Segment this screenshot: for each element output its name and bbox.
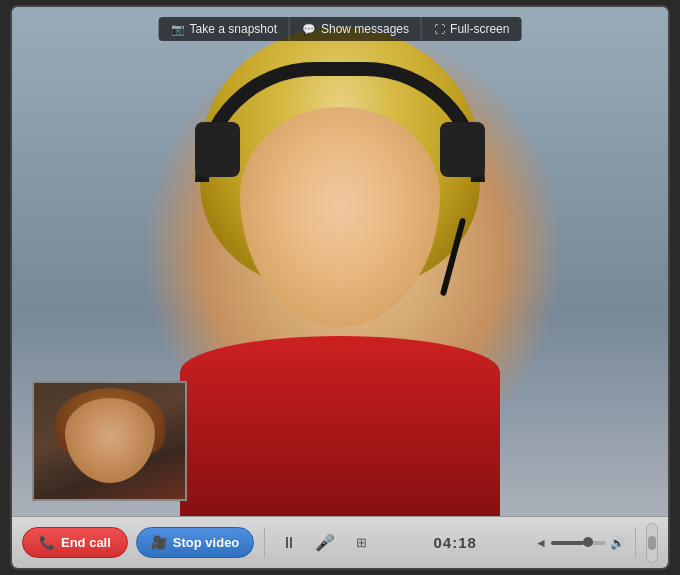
- end-call-button[interactable]: 📞 End call: [22, 527, 128, 558]
- divider-2: [635, 528, 636, 558]
- video-icon: 🎥: [151, 535, 167, 550]
- divider-1: [264, 528, 265, 558]
- scroll-thumb: [648, 536, 656, 550]
- snapshot-label: Take a snapshot: [190, 22, 277, 36]
- stop-video-label: Stop video: [173, 535, 239, 550]
- mic-icon: 🎤: [315, 533, 335, 552]
- camera-icon: 📷: [171, 23, 185, 36]
- pause-icon: ⏸: [281, 534, 297, 552]
- volume-slider[interactable]: [551, 541, 606, 545]
- dialpad-icon: ⊞: [356, 535, 367, 550]
- end-call-label: End call: [61, 535, 111, 550]
- fullscreen-button[interactable]: ⛶ Full-screen: [422, 17, 521, 41]
- person-body: [180, 336, 500, 516]
- volume-low-icon: ◄: [535, 536, 547, 550]
- mute-button[interactable]: 🎤: [311, 529, 339, 557]
- call-controls-bar: 📞 End call 🎥 Stop video ⏸ 🎤 ⊞ 04:18 ◄ 🔊: [12, 516, 668, 568]
- message-icon: 💬: [302, 23, 316, 36]
- volume-control: ◄ 🔊: [535, 536, 625, 550]
- dialpad-button[interactable]: ⊞: [347, 529, 375, 557]
- volume-thumb: [583, 537, 593, 547]
- snapshot-button[interactable]: 📷 Take a snapshot: [159, 17, 290, 41]
- fullscreen-icon: ⛶: [434, 23, 445, 35]
- self-view-pip: [32, 381, 187, 501]
- messages-button[interactable]: 💬 Show messages: [290, 17, 422, 41]
- stop-video-button[interactable]: 🎥 Stop video: [136, 527, 254, 558]
- self-view-face: [65, 398, 155, 483]
- pause-button[interactable]: ⏸: [275, 529, 303, 557]
- messages-label: Show messages: [321, 22, 409, 36]
- volume-fill: [551, 541, 584, 545]
- headset-right-cup: [440, 122, 485, 177]
- phone-icon: 📞: [39, 535, 55, 550]
- video-call-window: 📷 Take a snapshot 💬 Show messages ⛶ Full…: [10, 5, 670, 570]
- scrollbar[interactable]: [646, 523, 658, 563]
- volume-high-icon: 🔊: [610, 536, 625, 550]
- video-toolbar: 📷 Take a snapshot 💬 Show messages ⛶ Full…: [159, 17, 522, 41]
- fullscreen-label: Full-screen: [450, 22, 509, 36]
- call-timer: 04:18: [383, 534, 527, 551]
- video-area: 📷 Take a snapshot 💬 Show messages ⛶ Full…: [12, 7, 668, 516]
- headset-left-cup: [195, 122, 240, 177]
